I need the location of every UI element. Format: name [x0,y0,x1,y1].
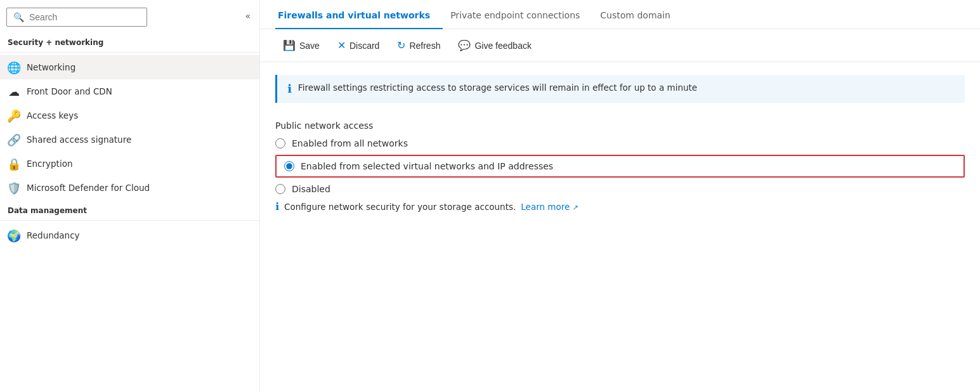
sidebar-item-encryption[interactable]: 🔒 Encryption [0,152,259,176]
info-banner-icon: ℹ️ [287,82,292,95]
sidebar-item-sas[interactable]: 🔗 Shared access signature [0,127,259,152]
tab-private[interactable]: Private endpoint connections [448,0,592,29]
learn-more-label: Learn more [521,202,570,212]
search-input[interactable] [29,12,140,22]
save-label: Save [299,41,320,51]
toolbar: 💾 Save ✕ Discard ↻ Refresh 💬 Give feedba… [260,29,980,62]
search-row: 🔍 « [0,0,259,32]
search-icon: 🔍 [13,12,24,22]
radio-disabled[interactable]: Disabled [275,184,965,194]
section-header-security: Security + networking [0,32,259,49]
info-text-security: ℹ️ Configure network security for your s… [275,200,965,212]
save-icon: 💾 [283,39,296,51]
feedback-icon: 💬 [458,39,471,51]
external-link-icon: ↗ [573,203,578,211]
radio-selected-networks-label: Enabled from selected virtual networks a… [301,161,553,171]
refresh-button[interactable]: ↻ Refresh [389,36,448,55]
feedback-label: Give feedback [474,41,532,51]
search-bar[interactable]: 🔍 [6,8,147,27]
info-banner: ℹ️ Firewall settings restricting access … [275,75,965,103]
radio-group-access: Enabled from all networks Enabled from s… [275,138,965,194]
sas-icon: 🔗 [8,133,20,146]
radio-disabled-label: Disabled [292,184,330,194]
public-network-access-label: Public network access [275,121,965,131]
sidebar-item-redundancy-label: Redundancy [27,230,80,240]
learn-more-link[interactable]: Learn more ↗ [521,202,578,212]
sidebar-item-accesskeys-label: Access keys [27,110,78,121]
save-button[interactable]: 💾 Save [275,36,327,55]
tab-firewalls[interactable]: Firewalls and virtual networks [275,0,443,29]
discard-button[interactable]: ✕ Discard [330,36,387,55]
radio-all-networks-input[interactable] [275,138,285,148]
frontdoor-icon: ☁️ [8,85,20,98]
tabs-bar: Firewalls and virtual networks Private e… [260,0,980,29]
radio-selected-networks[interactable]: Enabled from selected virtual networks a… [284,161,553,171]
tab-custom[interactable]: Custom domain [598,0,683,29]
content-area: ℹ️ Firewall settings restricting access … [260,62,980,392]
encryption-icon: 🔒 [8,157,20,170]
refresh-icon: ↻ [397,39,405,51]
feedback-button[interactable]: 💬 Give feedback [450,36,539,55]
public-network-access-section: Public network access Enabled from all n… [275,121,965,212]
discard-icon: ✕ [337,39,346,51]
main-content: Firewalls and virtual networks Private e… [260,0,980,392]
section-header-data: Data management [0,200,259,218]
sidebar-item-sas-label: Shared access signature [27,134,131,145]
sidebar-item-redundancy[interactable]: 🌍 Redundancy [0,223,259,247]
sidebar-item-frontdoor-label: Front Door and CDN [27,86,112,96]
radio-selected-highlight: Enabled from selected virtual networks a… [275,155,965,178]
divider [0,52,259,53]
sidebar-item-frontdoor[interactable]: ☁️ Front Door and CDN [0,79,259,103]
sidebar: 🔍 « Security + networking 🌐 Networking ☁… [0,0,260,392]
sidebar-item-networking[interactable]: 🌐 Networking [0,55,259,79]
info-text-content: Configure network security for your stor… [284,202,516,212]
discard-label: Discard [350,41,379,51]
sidebar-item-encryption-label: Encryption [27,159,72,169]
radio-disabled-input[interactable] [275,184,285,194]
sidebar-item-defender[interactable]: 🛡️ Microsoft Defender for Cloud [0,176,259,200]
radio-all-networks-label: Enabled from all networks [292,138,408,148]
sidebar-item-accesskeys[interactable]: 🔑 Access keys [0,103,259,127]
redundancy-icon: 🌍 [8,229,20,242]
sidebar-nav: Security + networking 🌐 Networking ☁️ Fr… [0,32,259,392]
defender-icon: 🛡️ [8,181,20,194]
divider-2 [0,220,259,221]
accesskeys-icon: 🔑 [8,109,20,122]
radio-all-networks[interactable]: Enabled from all networks [275,138,965,148]
info-banner-text: Firewall settings restricting access to … [298,82,697,93]
radio-selected-networks-input[interactable] [284,161,294,171]
networking-icon: 🌐 [8,61,20,74]
sidebar-item-networking-label: Networking [27,62,75,72]
info-text-icon: ℹ️ [275,200,279,212]
refresh-label: Refresh [409,41,440,51]
collapse-sidebar-button[interactable]: « [236,2,259,30]
sidebar-item-defender-label: Microsoft Defender for Cloud [27,183,150,193]
